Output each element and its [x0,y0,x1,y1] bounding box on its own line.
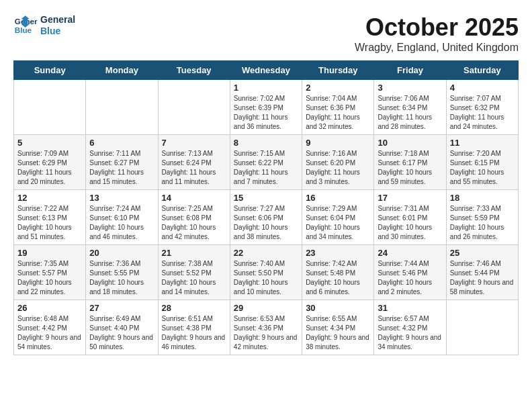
location-title: Wragby, England, United Kingdom [355,42,519,54]
day-number: 31 [378,303,442,313]
day-number: 22 [234,248,298,258]
calendar-cell: 4Sunrise: 7:07 AM Sunset: 6:32 PM Daylig… [446,80,518,135]
weekday-header-wednesday: Wednesday [230,61,302,80]
day-info: Sunrise: 7:07 AM Sunset: 6:32 PM Dayligh… [450,94,515,132]
day-info: Sunrise: 6:57 AM Sunset: 4:32 PM Dayligh… [378,314,442,352]
day-info: Sunrise: 6:51 AM Sunset: 4:38 PM Dayligh… [162,314,226,352]
calendar-cell: 3Sunrise: 7:06 AM Sunset: 6:34 PM Daylig… [374,80,446,135]
calendar-cell: 19Sunrise: 7:35 AM Sunset: 5:57 PM Dayli… [14,245,86,300]
calendar-cell [158,80,230,135]
logo-text-general: General [40,14,75,26]
day-info: Sunrise: 7:44 AM Sunset: 5:46 PM Dayligh… [378,259,442,297]
calendar-cell: 15Sunrise: 7:27 AM Sunset: 6:06 PM Dayli… [230,190,302,245]
day-number: 26 [17,303,82,313]
day-number: 21 [162,248,226,258]
calendar-cell: 13Sunrise: 7:24 AM Sunset: 6:10 PM Dayli… [86,190,158,245]
day-info: Sunrise: 7:06 AM Sunset: 6:34 PM Dayligh… [378,94,442,132]
day-number: 8 [234,138,298,148]
calendar-cell: 11Sunrise: 7:20 AM Sunset: 6:15 PM Dayli… [446,135,518,190]
calendar-cell [14,80,86,135]
day-info: Sunrise: 6:55 AM Sunset: 4:34 PM Dayligh… [306,314,370,352]
calendar-table: SundayMondayTuesdayWednesdayThursdayFrid… [13,60,519,355]
logo-text-blue: Blue [40,26,75,37]
day-number: 16 [306,193,370,203]
calendar-cell: 5Sunrise: 7:09 AM Sunset: 6:29 PM Daylig… [14,135,86,190]
day-info: Sunrise: 7:29 AM Sunset: 6:04 PM Dayligh… [306,204,370,242]
day-number: 29 [234,303,298,313]
day-number: 7 [162,138,226,148]
svg-text:Blue: Blue [15,26,32,34]
day-number: 11 [450,138,515,148]
calendar-cell: 9Sunrise: 7:16 AM Sunset: 6:20 PM Daylig… [302,135,374,190]
day-number: 23 [306,248,370,258]
day-number: 19 [17,248,82,258]
day-number: 17 [378,193,442,203]
calendar-cell [446,300,518,355]
calendar-cell: 31Sunrise: 6:57 AM Sunset: 4:32 PM Dayli… [374,300,446,355]
month-title: October 2025 [355,13,519,42]
calendar-cell: 12Sunrise: 7:22 AM Sunset: 6:13 PM Dayli… [14,190,86,245]
day-info: Sunrise: 7:24 AM Sunset: 6:10 PM Dayligh… [89,204,154,242]
day-info: Sunrise: 7:11 AM Sunset: 6:27 PM Dayligh… [89,149,154,187]
day-info: Sunrise: 6:48 AM Sunset: 4:42 PM Dayligh… [17,314,82,352]
day-number: 28 [162,303,226,313]
calendar-cell: 17Sunrise: 7:31 AM Sunset: 6:01 PM Dayli… [374,190,446,245]
calendar-cell: 29Sunrise: 6:53 AM Sunset: 4:36 PM Dayli… [230,300,302,355]
day-number: 5 [17,138,82,148]
calendar-cell: 16Sunrise: 7:29 AM Sunset: 6:04 PM Dayli… [302,190,374,245]
calendar-cell: 22Sunrise: 7:40 AM Sunset: 5:50 PM Dayli… [230,245,302,300]
day-number: 24 [378,248,442,258]
title-area: October 2025 Wragby, England, United Kin… [355,13,519,54]
calendar-cell: 25Sunrise: 7:46 AM Sunset: 5:44 PM Dayli… [446,245,518,300]
week-row-2: 12Sunrise: 7:22 AM Sunset: 6:13 PM Dayli… [14,190,519,245]
day-info: Sunrise: 7:13 AM Sunset: 6:24 PM Dayligh… [162,149,226,187]
calendar-cell: 20Sunrise: 7:36 AM Sunset: 5:55 PM Dayli… [86,245,158,300]
day-info: Sunrise: 7:02 AM Sunset: 6:39 PM Dayligh… [234,94,298,132]
calendar-cell: 26Sunrise: 6:48 AM Sunset: 4:42 PM Dayli… [14,300,86,355]
day-number: 25 [450,248,515,258]
day-number: 14 [162,193,226,203]
calendar-cell: 14Sunrise: 7:25 AM Sunset: 6:08 PM Dayli… [158,190,230,245]
day-info: Sunrise: 7:35 AM Sunset: 5:57 PM Dayligh… [17,259,82,297]
day-info: Sunrise: 7:36 AM Sunset: 5:55 PM Dayligh… [89,259,154,297]
calendar-cell: 24Sunrise: 7:44 AM Sunset: 5:46 PM Dayli… [374,245,446,300]
calendar-cell: 8Sunrise: 7:15 AM Sunset: 6:22 PM Daylig… [230,135,302,190]
header: General Blue General Blue October 2025 W… [13,13,519,54]
logo-icon: General Blue [13,13,38,38]
calendar-cell: 27Sunrise: 6:49 AM Sunset: 4:40 PM Dayli… [86,300,158,355]
day-info: Sunrise: 7:40 AM Sunset: 5:50 PM Dayligh… [234,259,298,297]
day-info: Sunrise: 7:22 AM Sunset: 6:13 PM Dayligh… [17,204,82,242]
day-number: 15 [234,193,298,203]
day-number: 20 [89,248,154,258]
calendar-cell: 2Sunrise: 7:04 AM Sunset: 6:36 PM Daylig… [302,80,374,135]
weekday-header-monday: Monday [86,61,158,80]
day-number: 6 [89,138,154,148]
day-info: Sunrise: 6:49 AM Sunset: 4:40 PM Dayligh… [89,314,154,352]
day-info: Sunrise: 7:38 AM Sunset: 5:52 PM Dayligh… [162,259,226,297]
day-number: 2 [306,83,370,93]
calendar-cell: 23Sunrise: 7:42 AM Sunset: 5:48 PM Dayli… [302,245,374,300]
day-info: Sunrise: 7:04 AM Sunset: 6:36 PM Dayligh… [306,94,370,132]
day-number: 10 [378,138,442,148]
day-number: 12 [17,193,82,203]
day-number: 4 [450,83,515,93]
calendar-cell: 18Sunrise: 7:33 AM Sunset: 5:59 PM Dayli… [446,190,518,245]
weekday-header-tuesday: Tuesday [158,61,230,80]
day-number: 3 [378,83,442,93]
logo: General Blue General Blue [13,13,75,38]
day-info: Sunrise: 7:25 AM Sunset: 6:08 PM Dayligh… [162,204,226,242]
weekday-header-friday: Friday [374,61,446,80]
weekday-header-sunday: Sunday [14,61,86,80]
weekday-header-thursday: Thursday [302,61,374,80]
day-number: 18 [450,193,515,203]
day-number: 13 [89,193,154,203]
calendar-cell [86,80,158,135]
day-info: Sunrise: 7:31 AM Sunset: 6:01 PM Dayligh… [378,204,442,242]
calendar-cell: 7Sunrise: 7:13 AM Sunset: 6:24 PM Daylig… [158,135,230,190]
day-info: Sunrise: 7:18 AM Sunset: 6:17 PM Dayligh… [378,149,442,187]
calendar-cell: 1Sunrise: 7:02 AM Sunset: 6:39 PM Daylig… [230,80,302,135]
day-info: Sunrise: 7:09 AM Sunset: 6:29 PM Dayligh… [17,149,82,187]
calendar-cell: 10Sunrise: 7:18 AM Sunset: 6:17 PM Dayli… [374,135,446,190]
week-row-3: 19Sunrise: 7:35 AM Sunset: 5:57 PM Dayli… [14,245,519,300]
day-number: 27 [89,303,154,313]
